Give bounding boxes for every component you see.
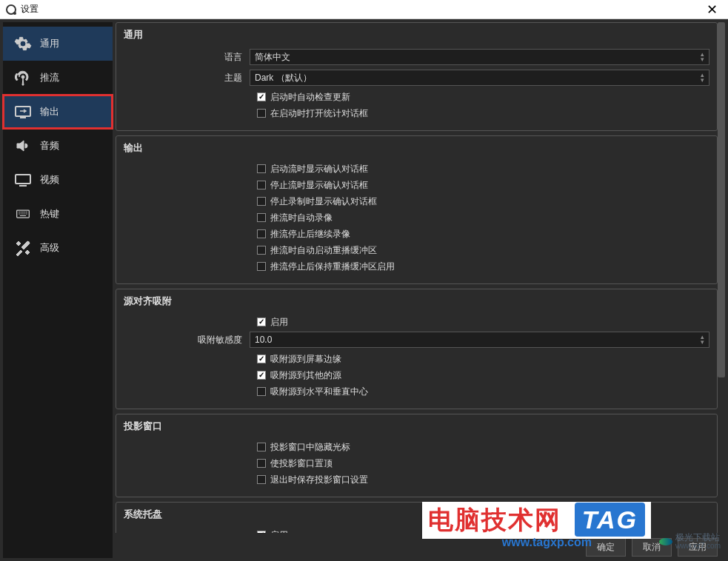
section-title: 源对齐吸附 bbox=[124, 295, 709, 308]
chevron-updown-icon: ▴▾ bbox=[701, 73, 704, 83]
open-stats-checkbox[interactable] bbox=[257, 109, 266, 118]
snap-enable-checkbox[interactable] bbox=[257, 318, 266, 326]
output-checkbox-0[interactable] bbox=[257, 164, 266, 173]
sidebar-item-label: 推流 bbox=[40, 71, 59, 84]
bottom-bar: 确定 取消 应用 bbox=[116, 536, 725, 558]
theme-dropdown[interactable]: Dark （默认） ▴▾ bbox=[250, 70, 709, 86]
checkbox-label: 推流停止后继续录像 bbox=[270, 228, 350, 241]
checkbox-label: 启用 bbox=[270, 529, 288, 534]
output-checkbox-5[interactable] bbox=[257, 246, 266, 255]
speaker-icon bbox=[13, 136, 33, 155]
watermark-site-text: 极光下载站 bbox=[675, 533, 721, 542]
checkbox-label: 推流时自动启动重播缓冲区 bbox=[270, 244, 377, 257]
checkbox-label: 投影窗口中隐藏光标 bbox=[270, 441, 350, 454]
section-title: 投影窗口 bbox=[124, 420, 709, 433]
close-icon[interactable]: ✕ bbox=[702, 1, 722, 18]
titlebar: 设置 ✕ bbox=[0, 0, 728, 19]
sensitivity-spinbox[interactable]: 10.0 ▴▾ bbox=[250, 332, 709, 348]
monitor-out-icon bbox=[13, 102, 33, 121]
section-title: 通用 bbox=[124, 29, 709, 41]
section-general: 通用 语言 简体中文 ▴▾ 主题 Dark （默认） bbox=[116, 22, 718, 131]
sidebar-item-advanced[interactable]: 高级 bbox=[3, 231, 113, 265]
scrollbar[interactable] bbox=[718, 22, 725, 536]
section-projector: 投影窗口 投影窗口中隐藏光标 使投影窗口置顶 退出时保存投影窗口设置 bbox=[116, 414, 718, 497]
sidebar-item-label: 音频 bbox=[40, 139, 59, 152]
sidebar-item-stream[interactable]: 推流 bbox=[3, 61, 113, 95]
content-area: 通用 语言 简体中文 ▴▾ 主题 Dark （默认） bbox=[116, 22, 725, 558]
chevron-updown-icon: ▴▾ bbox=[701, 52, 704, 62]
checkbox-label: 启用 bbox=[270, 316, 288, 329]
sensitivity-label: 吸附敏感度 bbox=[124, 334, 250, 346]
snap-edges-checkbox[interactable] bbox=[257, 355, 266, 363]
sidebar-item-label: 通用 bbox=[40, 37, 59, 50]
checkbox-label: 停止录制时显示确认对话框 bbox=[270, 195, 377, 208]
sidebar: 通用 推流 输出 音频 视频 bbox=[3, 22, 113, 558]
gear-icon bbox=[13, 34, 33, 53]
tools-icon bbox=[13, 238, 33, 258]
watermark-url: www.tagxp.com bbox=[502, 536, 592, 549]
sidebar-item-label: 视频 bbox=[40, 173, 59, 187]
watermark-site: 极光下载站 www.xz7.com bbox=[659, 533, 721, 551]
obs-icon bbox=[6, 4, 16, 15]
language-dropdown[interactable]: 简体中文 ▴▾ bbox=[250, 49, 709, 65]
checkbox-label: 推流停止后保持重播缓冲区启用 bbox=[270, 261, 395, 273]
checkbox-label: 停止流时显示确认对话框 bbox=[270, 179, 368, 192]
svg-rect-1 bbox=[16, 175, 30, 184]
output-checkbox-2[interactable] bbox=[257, 197, 266, 206]
spinbox-value: 10.0 bbox=[255, 335, 272, 345]
checkbox-label: 启动时自动检查更新 bbox=[270, 91, 350, 104]
window-title: 设置 bbox=[21, 3, 702, 16]
tray-enable-checkbox[interactable] bbox=[257, 531, 266, 533]
checkbox-label: 使投影窗口置顶 bbox=[270, 457, 333, 470]
check-updates-checkbox[interactable] bbox=[257, 93, 266, 101]
checkbox-label: 吸附源到其他的源 bbox=[270, 369, 341, 382]
proj-save-exit-checkbox[interactable] bbox=[257, 475, 266, 484]
output-checkbox-3[interactable] bbox=[257, 213, 266, 222]
checkbox-label: 吸附源到水平和垂直中心 bbox=[270, 386, 368, 398]
section-title: 输出 bbox=[124, 142, 709, 155]
language-label: 语言 bbox=[124, 51, 250, 64]
checkbox-label: 在启动时打开统计对话框 bbox=[270, 107, 368, 120]
sidebar-item-hotkeys[interactable]: 热键 bbox=[3, 197, 113, 231]
dropdown-value: Dark （默认） bbox=[255, 72, 312, 84]
output-checkbox-6[interactable] bbox=[257, 262, 266, 271]
antenna-icon bbox=[13, 68, 33, 87]
proj-always-top-checkbox[interactable] bbox=[257, 459, 266, 468]
scrollbar-thumb[interactable] bbox=[718, 22, 725, 377]
checkbox-label: 吸附源到屏幕边缘 bbox=[270, 353, 341, 366]
theme-label: 主题 bbox=[124, 72, 250, 84]
snap-center-checkbox[interactable] bbox=[257, 387, 266, 396]
dropdown-value: 简体中文 bbox=[255, 51, 290, 64]
sidebar-item-video[interactable]: 视频 bbox=[3, 163, 113, 197]
watermark-text: 电脑技术网 bbox=[428, 505, 561, 534]
spinbox-arrows-icon: ▴▾ bbox=[701, 335, 704, 345]
sidebar-item-output[interactable]: 输出 bbox=[3, 95, 113, 129]
checkbox-label: 启动流时显示确认对话框 bbox=[270, 163, 368, 175]
site-logo-icon bbox=[659, 535, 672, 548]
watermark-tag: TAG bbox=[575, 503, 645, 537]
watermark-banner: 电脑技术网 TAG bbox=[422, 502, 651, 539]
ok-button[interactable]: 确定 bbox=[586, 538, 626, 557]
watermark-site-url: www.xz7.com bbox=[675, 542, 721, 551]
sidebar-item-label: 热键 bbox=[40, 207, 59, 221]
keyboard-icon bbox=[13, 204, 33, 224]
checkbox-label: 推流时自动录像 bbox=[270, 212, 333, 224]
section-output: 输出 启动流时显示确认对话框 停止流时显示确认对话框 停止录制时显示确认对话框 … bbox=[116, 135, 718, 284]
sidebar-item-audio[interactable]: 音频 bbox=[3, 129, 113, 163]
snap-other-checkbox[interactable] bbox=[257, 371, 266, 380]
section-snapping: 源对齐吸附 启用 吸附敏感度 10.0 ▴▾ 吸附源到屏幕边缘 吸附源到其他的源… bbox=[116, 289, 718, 409]
output-checkbox-4[interactable] bbox=[257, 229, 266, 238]
sidebar-item-label: 高级 bbox=[40, 241, 59, 255]
checkbox-label: 退出时保存投影窗口设置 bbox=[270, 474, 368, 486]
sidebar-item-label: 输出 bbox=[40, 105, 59, 118]
output-checkbox-1[interactable] bbox=[257, 181, 266, 189]
display-icon bbox=[13, 170, 33, 189]
sidebar-item-general[interactable]: 通用 bbox=[3, 27, 113, 61]
proj-hide-cursor-checkbox[interactable] bbox=[257, 443, 266, 451]
